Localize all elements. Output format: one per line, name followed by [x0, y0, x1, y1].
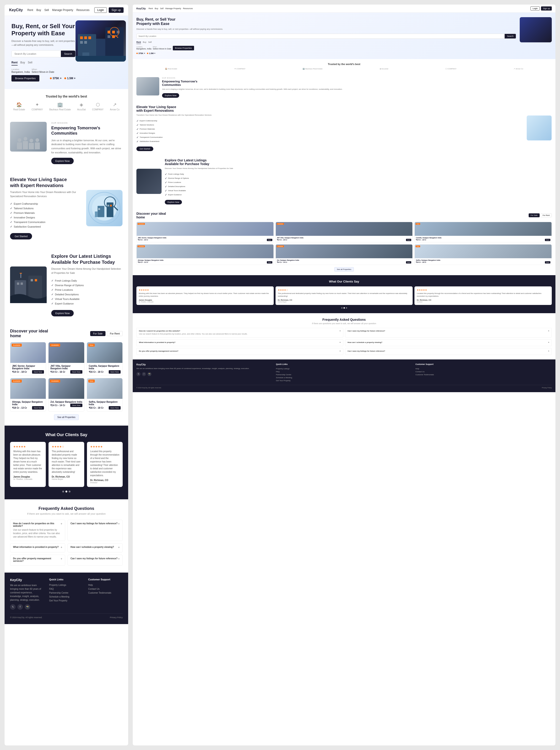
rp-save-btn-3[interactable]: Save	[545, 239, 551, 241]
social-facebook[interactable]: f	[17, 604, 23, 610]
rp-login-button[interactable]: Login	[531, 6, 540, 11]
save-btn-4[interactable]: Save Now	[32, 406, 44, 410]
rp-get-started-button[interactable]: Get Started	[136, 146, 153, 151]
for-rent-toggle[interactable]: For Rent	[107, 331, 123, 336]
rp-for-sale-toggle[interactable]: For Sale	[529, 213, 540, 217]
rp-footer-privacy[interactable]: Privacy Policy	[542, 387, 552, 389]
footer-bottom: © 2024 KeyCity. All rights reserved. Pri…	[10, 613, 123, 618]
footer-ql-5[interactable]: Get Your Property	[49, 599, 84, 603]
explore-listings-button[interactable]: Explore Now	[51, 310, 74, 316]
rp-dot-3[interactable]	[346, 307, 347, 309]
faq-item-5: Do you offer property management service…	[10, 555, 65, 566]
rp-footer-cs-1[interactable]: Help	[415, 367, 552, 370]
testi-text-1: Working with this team has been an absol…	[13, 450, 43, 474]
rp-testimonials-section: What Our Clients Say ★★★★★ Working with …	[133, 275, 555, 313]
save-btn-5[interactable]: Save Now	[70, 403, 82, 407]
rp-nav-buy[interactable]: Buy	[155, 7, 158, 9]
footer-privacy[interactable]: Privacy Policy	[110, 616, 123, 618]
faq-question-1[interactable]: How do I search for properties on this w…	[13, 522, 62, 527]
footer-ql-2[interactable]: FAQ	[49, 587, 84, 591]
tab-sell[interactable]: Sell	[28, 60, 32, 65]
rp-property-badge-1: Available	[138, 223, 145, 225]
rp-tab-buy[interactable]: Buy	[143, 41, 146, 44]
rp-view-all-properties-button[interactable]: See all Properties	[334, 267, 354, 272]
rp-nav-sell[interactable]: Sell	[160, 7, 164, 9]
rp-tab-rent[interactable]: Rent	[136, 41, 141, 44]
faq-question-5[interactable]: Do you offer property management service…	[13, 557, 62, 562]
rp-footer-ql-3[interactable]: Partnership Centre	[276, 373, 413, 376]
nav-resources[interactable]: Resources	[76, 8, 89, 12]
social-instagram[interactable]: 📸	[25, 604, 30, 610]
dot-3[interactable]	[69, 491, 71, 492]
faq-question-3[interactable]: What information is provided in property…	[13, 546, 62, 549]
view-all-properties-button[interactable]: See all Properties	[54, 414, 79, 420]
search-input[interactable]	[12, 51, 61, 57]
rp-faq-question-3[interactable]: What information is provided in property…	[139, 341, 341, 343]
rp-social-x[interactable]: 𝕏	[136, 372, 141, 376]
nav-rent[interactable]: Rent	[27, 8, 33, 12]
faq-question-6[interactable]: Can I save my listings for future refere…	[71, 557, 120, 560]
dot-1[interactable]	[62, 491, 64, 492]
tab-buy[interactable]: Buy	[20, 60, 25, 65]
for-sale-toggle[interactable]: For Sale	[90, 331, 106, 336]
rp-signup-button[interactable]: Sign up	[541, 6, 552, 11]
rp-faq-question-1[interactable]: How do I search for properties on this w…	[139, 330, 341, 332]
save-btn-6[interactable]: Save Now	[109, 406, 121, 410]
rp-faq-question-4[interactable]: How can I schedule a property viewing? +	[347, 341, 549, 343]
save-btn-3[interactable]: Save Now	[109, 370, 121, 374]
dot-2[interactable]	[65, 491, 67, 492]
rp-social-instagram[interactable]: 📸	[147, 372, 152, 376]
rp-listings-description: Discover Your Dream Home Among Our Handp…	[165, 167, 552, 170]
faq-question-4[interactable]: How can I schedule a property viewing? +	[71, 546, 120, 549]
save-btn-1[interactable]: Save Now	[32, 370, 44, 374]
nav-buy[interactable]: Buy	[36, 8, 41, 12]
rp-social-facebook[interactable]: f	[142, 372, 146, 376]
rp-footer-cs-3[interactable]: Customer Testimonials	[415, 373, 552, 376]
rp-browse-button[interactable]: Browse Properties	[173, 46, 194, 51]
rp-main-nav: KeyCity Rent Buy Sell Manage Property Re…	[133, 5, 555, 13]
rp-save-btn-4[interactable]: Save	[267, 261, 272, 263]
rp-footer-ql-5[interactable]: Get Your Property	[276, 379, 413, 382]
mission-explore-button[interactable]: Explore Now	[51, 158, 74, 164]
rp-save-btn-6[interactable]: Save	[545, 261, 551, 263]
rp-faq-question-5[interactable]: Do you offer property management service…	[139, 350, 341, 352]
faq-question-2[interactable]: Can I save my listings for future refere…	[71, 522, 120, 526]
footer-ql-3[interactable]: Partnership Centre	[49, 591, 84, 595]
rp-explore-listings-button[interactable]: Explore Now	[165, 200, 182, 204]
rp-faq-question-6[interactable]: Can I save my listings for future refere…	[347, 350, 549, 352]
rp-dot-2[interactable]	[343, 307, 345, 309]
right-panel: KeyCity Rent Buy Sell Manage Property Re…	[133, 5, 555, 745]
browse-properties-button[interactable]: Browse Properties	[12, 75, 39, 81]
search-button[interactable]: Search	[61, 51, 75, 57]
footer-ql-1[interactable]: Property Listings	[49, 583, 84, 587]
rp-nav-resources[interactable]: Resources	[183, 7, 193, 9]
rp-save-btn-2[interactable]: Save	[406, 239, 412, 241]
rp-nav-manage[interactable]: Manage Property	[165, 7, 181, 9]
rp-save-btn-1[interactable]: Save	[267, 239, 272, 241]
rp-for-rent-toggle[interactable]: For Rent	[541, 213, 552, 217]
rp-mission-explore-button[interactable]: Explore Now	[162, 93, 179, 98]
login-button[interactable]: Login	[94, 7, 107, 13]
rp-footer-ql-2[interactable]: FAQ	[276, 370, 413, 373]
rp-footer-ql-4[interactable]: Schedule a Meeting	[276, 376, 413, 379]
get-started-button[interactable]: Get Started	[10, 233, 32, 239]
rp-footer-ql-1[interactable]: Property Listings	[276, 367, 413, 370]
rp-search-button[interactable]: Search	[505, 34, 516, 38]
rp-faq-question-2[interactable]: Can I save my listings for future refere…	[347, 330, 549, 332]
tab-rent[interactable]: Rent	[12, 60, 18, 65]
rp-footer-cs-2[interactable]: Contact Us	[415, 370, 552, 373]
footer-cs-2[interactable]: Contact Us	[88, 587, 123, 591]
nav-sell[interactable]: Sell	[44, 8, 49, 12]
rp-search-input[interactable]	[137, 34, 505, 38]
social-x[interactable]: 𝕏	[10, 604, 16, 610]
footer-ql-4[interactable]: Schedule a Meeting	[49, 595, 84, 599]
rp-tab-sell[interactable]: Sell	[148, 41, 152, 44]
footer-cs-3[interactable]: Customer Testimonials	[88, 591, 123, 595]
nav-manage[interactable]: Manage Property	[52, 8, 73, 12]
save-btn-2[interactable]: Save Now	[70, 370, 82, 374]
signup-button[interactable]: Sign up	[109, 7, 124, 13]
rp-dot-1[interactable]	[341, 307, 343, 309]
rp-nav-rent[interactable]: Rent	[148, 7, 153, 9]
footer-cs-1[interactable]: Help	[88, 583, 123, 587]
rp-save-btn-5[interactable]: Save	[406, 261, 412, 263]
